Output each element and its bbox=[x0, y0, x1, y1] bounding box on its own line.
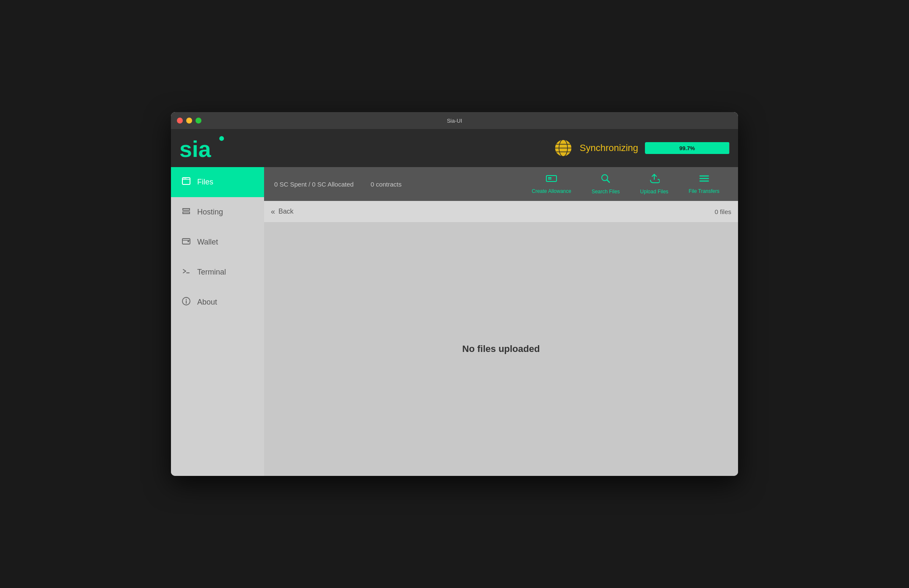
sidebar-item-files[interactable]: Files bbox=[171, 167, 264, 197]
upload-files-button[interactable]: Upload Files bbox=[632, 169, 677, 199]
svg-text:sia: sia bbox=[179, 137, 212, 161]
file-browser-bar: « Back 0 files bbox=[264, 201, 738, 222]
logo: sia bbox=[179, 135, 230, 161]
create-allowance-label: Create Allowance bbox=[532, 188, 571, 194]
sidebar-item-terminal[interactable]: Terminal bbox=[171, 257, 264, 287]
files-icon bbox=[181, 176, 191, 188]
sidebar-item-label-files: Files bbox=[197, 178, 213, 187]
file-transfers-label: File Transfers bbox=[689, 188, 719, 194]
sync-bar: 99.7% bbox=[645, 142, 729, 154]
spent-label: 0 SC Spent / 0 SC Allocated bbox=[274, 181, 354, 188]
sidebar-item-label-hosting: Hosting bbox=[197, 208, 223, 217]
globe-icon bbox=[554, 138, 573, 158]
no-files-message: No files uploaded bbox=[462, 343, 540, 354]
back-chevron-icon: « bbox=[271, 207, 275, 216]
sync-status-label: Synchronizing bbox=[580, 143, 638, 154]
contracts-label: 0 contracts bbox=[371, 181, 402, 188]
back-button[interactable]: « Back bbox=[271, 207, 294, 216]
app-window: Sia-UI sia Synchronizing bbox=[171, 112, 738, 476]
file-browser: « Back 0 files No files uploaded bbox=[264, 201, 738, 476]
minimize-button[interactable] bbox=[186, 118, 192, 124]
svg-point-16 bbox=[186, 299, 187, 300]
sidebar-item-label-terminal: Terminal bbox=[197, 268, 226, 277]
file-transfers-icon bbox=[699, 174, 709, 186]
create-allowance-icon bbox=[546, 174, 557, 186]
maximize-button[interactable] bbox=[196, 118, 201, 124]
content-area: 0 SC Spent / 0 SC Allocated 0 contracts bbox=[264, 167, 738, 476]
search-files-button[interactable]: Search Files bbox=[583, 169, 628, 199]
terminal-icon bbox=[181, 267, 191, 278]
main-layout: Files Hosting Wallet bbox=[171, 167, 738, 476]
file-transfers-button[interactable]: File Transfers bbox=[680, 170, 728, 198]
hosting-icon bbox=[181, 206, 191, 218]
sia-logo-svg: sia bbox=[179, 135, 230, 161]
sidebar: Files Hosting Wallet bbox=[171, 167, 264, 476]
sync-percent: 99.7% bbox=[679, 145, 695, 151]
back-label: Back bbox=[278, 208, 294, 215]
toolbar-actions: Create Allowance Search Files bbox=[523, 169, 728, 199]
svg-rect-8 bbox=[182, 178, 190, 184]
svg-rect-18 bbox=[548, 177, 551, 179]
svg-point-9 bbox=[184, 178, 185, 179]
sidebar-item-hosting[interactable]: Hosting bbox=[171, 197, 264, 227]
search-files-icon bbox=[600, 173, 611, 186]
sync-bar-container: 99.7% bbox=[645, 142, 730, 154]
svg-line-21 bbox=[607, 180, 610, 183]
sidebar-item-wallet[interactable]: Wallet bbox=[171, 227, 264, 257]
close-button[interactable] bbox=[177, 118, 183, 124]
svg-point-0 bbox=[219, 136, 224, 141]
title-bar: Sia-UI bbox=[171, 112, 738, 129]
sidebar-item-about[interactable]: About bbox=[171, 287, 264, 317]
svg-rect-17 bbox=[546, 176, 556, 181]
toolbar-info: 0 SC Spent / 0 SC Allocated 0 contracts bbox=[274, 181, 402, 188]
upload-files-icon bbox=[649, 173, 660, 186]
app-header: sia Synchronizing 99.7% bbox=[171, 129, 738, 167]
upload-files-label: Upload Files bbox=[640, 189, 669, 195]
sidebar-item-label-wallet: Wallet bbox=[197, 238, 218, 247]
file-count: 0 files bbox=[715, 208, 731, 215]
window-title: Sia-UI bbox=[447, 118, 462, 124]
wallet-icon bbox=[181, 236, 191, 248]
sidebar-item-label-about: About bbox=[197, 298, 217, 307]
about-icon bbox=[181, 297, 191, 308]
file-content-area: No files uploaded bbox=[264, 222, 738, 476]
svg-point-12 bbox=[187, 241, 189, 242]
header-right: Synchronizing 99.7% bbox=[554, 138, 730, 158]
svg-point-10 bbox=[185, 178, 186, 179]
window-controls bbox=[177, 118, 201, 124]
files-toolbar: 0 SC Spent / 0 SC Allocated 0 contracts bbox=[264, 167, 738, 201]
create-allowance-button[interactable]: Create Allowance bbox=[523, 170, 580, 198]
search-files-label: Search Files bbox=[592, 189, 620, 195]
